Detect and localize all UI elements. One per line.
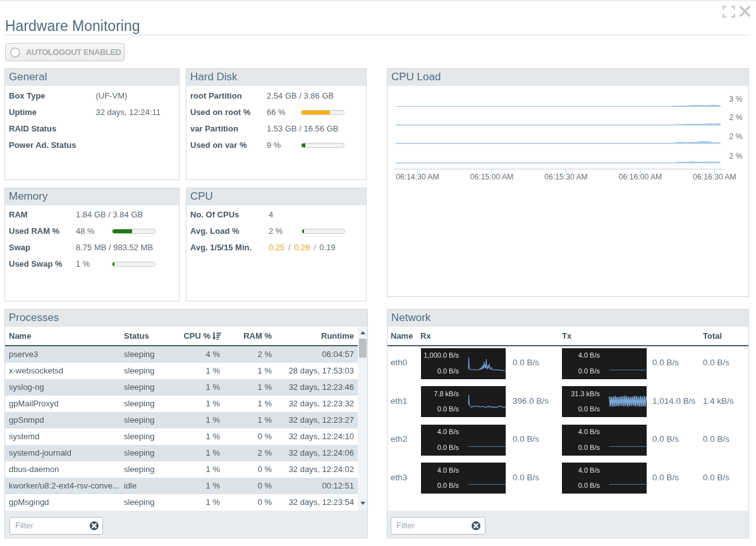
svg-text:06:15:00 AM: 06:15:00 AM <box>470 173 513 181</box>
svg-text:06:14:30 AM: 06:14:30 AM <box>396 173 439 181</box>
svg-text:3 %: 3 % <box>729 95 743 104</box>
svg-text:2 %: 2 % <box>729 152 743 161</box>
svg-text:2 %: 2 % <box>729 113 743 122</box>
svg-text:06:15:30 AM: 06:15:30 AM <box>544 173 587 181</box>
svg-text:06:16:00 AM: 06:16:00 AM <box>619 173 662 181</box>
svg-text:06:16:30 AM: 06:16:30 AM <box>693 173 736 181</box>
svg-text:2 %: 2 % <box>729 132 743 141</box>
